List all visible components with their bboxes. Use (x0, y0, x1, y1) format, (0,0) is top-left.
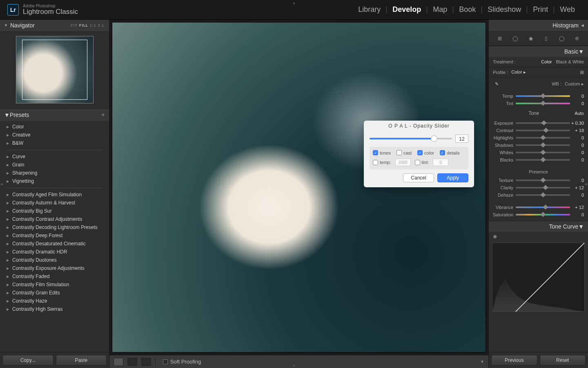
panel-grip-bottom[interactable]: ▲ (292, 363, 296, 367)
checkbox-icon[interactable] (415, 160, 420, 165)
checkbox-icon[interactable]: ✓ (417, 150, 423, 155)
wb-eyedropper-icon[interactable]: ✎ (493, 80, 500, 88)
clarity-value[interactable]: + 12 (570, 185, 584, 190)
preset-folder[interactable]: ▶Contrastly Film Simulation (0, 280, 109, 289)
spot-removal-icon[interactable]: ◯ (511, 34, 520, 43)
cancel-button[interactable]: Cancel (403, 173, 434, 182)
whites-value[interactable]: 0 (570, 150, 584, 155)
dehaze-value[interactable]: 0 (570, 193, 584, 197)
redeye-tool-icon[interactable]: ◉ (526, 34, 535, 43)
blacks-slider[interactable] (516, 159, 570, 161)
preset-folder[interactable]: ▶Contrastly Faded (0, 272, 109, 280)
temp-slider[interactable] (516, 95, 570, 97)
radial-filter-icon[interactable]: ◯ (557, 34, 566, 43)
zoom-fill[interactable]: FILL (78, 23, 89, 27)
preset-folder[interactable]: ▶Grain (0, 161, 109, 169)
preset-folder[interactable]: ▶Contrastly Desaturated Cinematic (0, 240, 109, 248)
panel-grip-top[interactable]: ▲ (292, 1, 296, 5)
check-tones[interactable]: ✓tones (373, 150, 391, 155)
exposure-value[interactable]: + 0.30 (570, 121, 584, 126)
toolbar-menu-icon[interactable]: ▼ (480, 359, 484, 364)
preset-folder[interactable]: ▶Contrastly Contrast Adjustments (0, 215, 109, 223)
profile-browser-icon[interactable]: ▦ (580, 70, 584, 75)
treatment-color[interactable]: Color (541, 59, 552, 64)
graduated-filter-icon[interactable]: ▯ (541, 34, 550, 43)
saturation-value[interactable]: 0 (570, 212, 584, 217)
zoom-1:1[interactable]: 1:1 (89, 23, 97, 27)
texture-slider[interactable] (516, 180, 570, 181)
auto-tone-button[interactable]: Auto (575, 111, 584, 116)
image-canvas[interactable]: O P A L - Opacity Slider 12 ✓tonescast✓c… (112, 22, 486, 352)
module-slideshow[interactable]: Slideshow (482, 5, 527, 14)
zoom-fit[interactable]: FIT (70, 23, 78, 27)
apply-button[interactable]: Apply (437, 173, 468, 182)
tone-curve-header[interactable]: Tone Curve ▼ (489, 221, 588, 232)
check-color[interactable]: ✓color (417, 150, 434, 155)
highlights-value[interactable]: 0 (570, 135, 584, 140)
before-after-tb-button[interactable] (141, 358, 151, 366)
check-details[interactable]: ✓details (440, 150, 460, 155)
preset-folder[interactable]: ▶Contrastly High Sierras (0, 305, 109, 313)
saturation-slider[interactable] (516, 214, 570, 215)
clarity-slider[interactable] (516, 187, 570, 188)
module-library[interactable]: Library (352, 5, 386, 14)
dehaze-slider[interactable] (516, 194, 570, 196)
preset-folder[interactable]: ▶Contrastly Autumn & Harvest (0, 199, 109, 207)
contrast-slider[interactable] (516, 130, 570, 131)
preset-folder[interactable]: ▶Color (0, 123, 109, 131)
tone-curve-graph[interactable] (492, 242, 585, 312)
preset-folder[interactable]: ▶Contrastly Aged Film Simulation (0, 191, 109, 199)
preset-folder[interactable]: ▶Vignetting (0, 177, 109, 185)
preset-folder[interactable]: ▶Contrastly Exposure Adjustments (0, 264, 109, 272)
navigator-zoom[interactable]: FITFILL1:13:1 (70, 23, 105, 27)
preset-folder[interactable]: ▶Contrastly Decoding Lightroom Presets (0, 223, 109, 231)
slider-thumb-icon[interactable] (431, 135, 437, 142)
preset-folder[interactable]: ▶Curve (0, 153, 109, 161)
tint-slider[interactable] (516, 103, 570, 104)
temp-input[interactable]: 2000 (395, 159, 411, 166)
module-print[interactable]: Print (527, 5, 554, 14)
shadows-value[interactable]: 0 (570, 143, 584, 148)
point-curve-icon[interactable]: ◉ (489, 232, 588, 239)
blacks-value[interactable]: 0 (570, 157, 584, 162)
navigator-thumbnail[interactable] (16, 36, 94, 103)
check-temp[interactable]: temp: (373, 160, 391, 165)
preset-folder[interactable]: ▶Contrastly Duotones (0, 256, 109, 264)
preset-folder[interactable]: ▶Contrastly Deep Forest (0, 231, 109, 240)
preset-folder[interactable]: ▶Contrastly Dramatic HDR (0, 248, 109, 256)
vibrance-slider[interactable] (516, 206, 570, 208)
profile-dropdown[interactable]: Color ▸ (511, 70, 526, 75)
check-cast[interactable]: cast (396, 150, 412, 155)
module-web[interactable]: Web (554, 5, 581, 14)
soft-proofing-toggle[interactable]: Soft Proofing (163, 359, 201, 365)
exposure-slider[interactable] (516, 122, 570, 124)
crop-tool-icon[interactable]: ⊞ (495, 34, 504, 43)
brush-tool-icon[interactable]: ⊚ (572, 34, 581, 43)
checkbox-icon[interactable]: ✓ (373, 150, 378, 155)
opacity-slider[interactable] (370, 138, 452, 139)
before-after-lr-button[interactable] (127, 358, 137, 366)
previous-button[interactable]: Previous (491, 355, 537, 366)
module-book[interactable]: Book (453, 5, 481, 14)
navigator-header[interactable]: ▼ Navigator FITFILL1:13:1 (0, 20, 109, 31)
checkbox-icon[interactable] (163, 359, 168, 364)
paste-button[interactable]: Paste (56, 355, 107, 366)
histogram-header[interactable]: Histogram ◀ (489, 20, 588, 31)
checkbox-icon[interactable]: ✓ (440, 150, 445, 155)
basic-header[interactable]: Basic ▼ (489, 46, 588, 57)
whites-slider[interactable] (516, 152, 570, 153)
preset-folder[interactable]: ▶B&W (0, 139, 109, 147)
treatment-bw[interactable]: Black & White (556, 59, 584, 64)
checkbox-icon[interactable] (373, 160, 378, 165)
wb-dropdown[interactable]: Custom ▸ (565, 81, 584, 87)
presets-header[interactable]: ▼ Presets + (0, 108, 109, 121)
module-map[interactable]: Map (427, 5, 453, 14)
preset-folder[interactable]: ▶Creative (0, 131, 109, 139)
zoom-3:1[interactable]: 3:1 (97, 23, 105, 27)
check-tint[interactable]: tint: (415, 160, 429, 165)
preset-folder[interactable]: ▶Contrastly Big Sur (0, 207, 109, 215)
texture-value[interactable]: 0 (570, 178, 584, 183)
module-develop[interactable]: Develop (387, 5, 427, 14)
highlights-slider[interactable] (516, 137, 570, 139)
loupe-view-button[interactable] (114, 358, 123, 366)
